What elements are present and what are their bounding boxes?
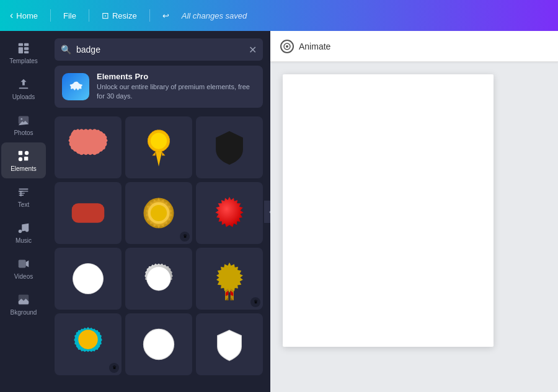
panel-collapse-button[interactable]: ‹ [264,201,270,223]
svg-marker-20 [153,152,156,155]
file-button[interactable]: File [63,11,76,20]
text-icon: T [17,185,30,199]
resize-icon: ⊡ [102,11,109,20]
sidebar-label-videos: Videos [14,273,33,280]
home-button[interactable]: ‹ Home [10,10,38,21]
crown-badge2: ♛ [250,297,260,307]
promo-banner[interactable]: Elements Pro Unlock our entire library o… [55,66,263,108]
svg-text:T: T [19,189,24,198]
background-icon [17,293,30,307]
topbar-divider3 [149,9,150,22]
promo-icon [62,73,89,100]
svg-rect-5 [19,87,29,89]
sidebar: Templates Uploads Photos [0,31,47,392]
badge-white-circle2[interactable] [125,313,192,375]
badge-black-shield[interactable] [196,116,263,178]
badge-red-spiky-circle[interactable] [196,182,263,244]
search-clear-button[interactable]: ✕ [249,44,257,56]
canvas-page[interactable] [283,74,494,347]
badge-white-shield[interactable] [196,313,263,375]
promo-description: Unlock our entire library of premium ele… [97,82,255,102]
topbar-divider [50,9,51,22]
svg-marker-19 [156,149,162,166]
sidebar-item-uploads[interactable]: Uploads [1,71,46,107]
promo-text: Elements Pro Unlock our entire library o… [97,72,255,102]
svg-marker-32 [216,263,243,293]
promo-title: Elements Pro [97,72,255,81]
sidebar-label-background: Bkground [11,309,37,316]
badge-pink-scallop[interactable] [55,116,122,178]
sidebar-item-videos[interactable]: Videos [1,250,46,286]
svg-rect-23 [72,203,105,223]
badge-gold-award-ribbon[interactable] [125,116,192,178]
sidebar-label-templates: Templates [9,58,38,64]
sidebar-label-text: Text [18,201,29,208]
badge-gold-award-ribbon2[interactable]: ♛ [196,248,263,310]
animate-label[interactable]: Animate [299,41,330,51]
animate-bar: Animate [270,31,558,62]
svg-point-7 [20,118,22,120]
svg-marker-28 [215,197,244,227]
main-layout: Templates Uploads Photos [0,31,558,392]
sidebar-label-photos: Photos [14,129,33,136]
elements-grid: ♛ [47,114,270,383]
elements-icon [17,149,30,163]
svg-point-14 [25,228,29,232]
svg-point-41 [144,329,174,359]
svg-rect-2 [19,47,23,53]
sidebar-item-elements[interactable]: Elements [1,142,46,178]
sidebar-item-music[interactable]: Music [1,214,46,250]
badge-red-rounded-rect[interactable] [55,182,122,244]
crown-badge3: ♛ [109,363,119,373]
save-status: All changes saved [182,11,247,20]
photos-icon [17,113,30,127]
svg-point-31 [147,267,171,291]
sidebar-item-text[interactable]: T Text [1,178,46,214]
svg-point-9 [25,150,29,154]
search-icon: 🔍 [61,45,71,54]
topbar-divider2 [89,9,89,22]
sidebar-label-music: Music [16,237,32,244]
uploads-icon [17,77,30,91]
sidebar-label-uploads: Uploads [12,94,35,100]
svg-point-10 [19,157,22,160]
svg-point-40 [78,329,98,349]
badge-silver-scallop-circle[interactable] [125,248,192,310]
elements-panel: 🔍 ✕ Elements Pro Unlock our entire libra… [47,31,270,392]
music-icon [17,221,30,235]
svg-point-13 [19,229,22,233]
svg-rect-15 [19,259,26,268]
sidebar-item-photos[interactable]: Photos [1,107,46,142]
svg-rect-3 [24,47,29,50]
chevron-left-icon: ‹ [269,207,270,216]
resize-button[interactable]: ⊡ Resize [102,11,137,20]
search-input[interactable] [76,38,244,61]
animate-icon [280,40,294,53]
undo-button[interactable]: ↩ [162,11,169,20]
badge-teal-yellow-circle[interactable]: ♛ [55,313,122,375]
badge-gold-seal[interactable]: ♛ [125,182,192,244]
sidebar-item-templates[interactable]: Templates [1,35,46,71]
canvas-area: Animate [270,31,558,392]
svg-rect-4 [24,51,29,53]
topbar: ‹ Home File ⊡ Resize ↩ All changes saved [0,0,558,31]
sidebar-label-elements: Elements [11,165,37,172]
svg-point-27 [151,205,167,221]
chevron-left-icon: ‹ [10,10,13,21]
svg-rect-8 [19,150,22,154]
svg-point-29 [73,263,104,294]
canvas-content [270,62,558,392]
sidebar-item-background[interactable]: Bkground [1,286,46,322]
svg-point-18 [151,133,167,149]
videos-icon [17,257,30,271]
crown-badge: ♛ [180,232,190,242]
search-bar: 🔍 ✕ [55,38,263,61]
svg-rect-0 [19,43,23,46]
undo-icon: ↩ [162,11,169,20]
templates-icon [17,41,30,55]
svg-rect-11 [24,156,28,160]
badge-white-circle[interactable] [55,248,122,310]
svg-marker-21 [162,152,165,155]
svg-rect-1 [24,43,29,46]
svg-point-43 [286,45,288,48]
